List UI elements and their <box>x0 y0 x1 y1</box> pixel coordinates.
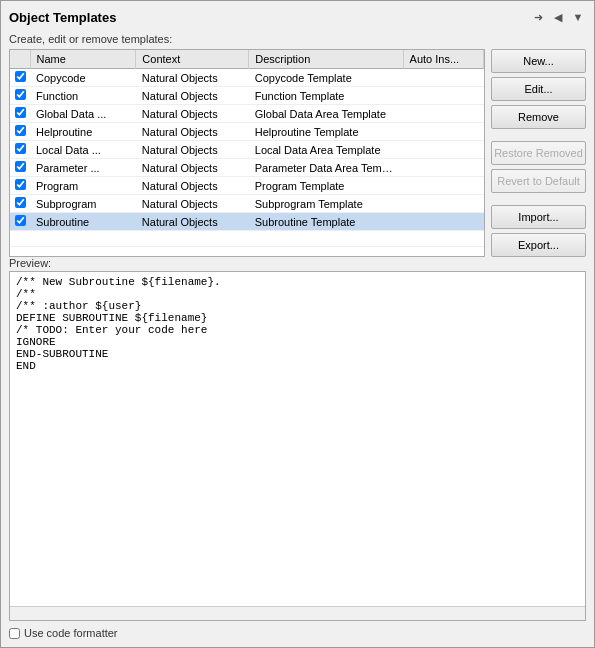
table-row[interactable]: FunctionNatural ObjectsFunction Template <box>10 87 484 105</box>
row-description: Global Data Area Template <box>249 105 403 123</box>
row-context: Natural Objects <box>136 105 249 123</box>
title-icons: ➜ ◀ ▼ <box>530 9 586 25</box>
table-row[interactable]: Global Data ...Natural ObjectsGlobal Dat… <box>10 105 484 123</box>
bottom-bar: Use code formatter <box>9 627 586 639</box>
col-context: Context <box>136 50 249 69</box>
table-row[interactable]: Local Data ...Natural ObjectsLocal Data … <box>10 141 484 159</box>
row-description: Subprogram Template <box>249 195 403 213</box>
row-checkbox-cell <box>10 177 30 195</box>
row-checkbox[interactable] <box>15 179 26 190</box>
code-formatter-label[interactable]: Use code formatter <box>24 627 118 639</box>
row-description: Program Template <box>249 177 403 195</box>
export-button[interactable]: Export... <box>491 233 586 257</box>
table-body: CopycodeNatural ObjectsCopycode Template… <box>10 69 484 251</box>
row-checkbox-cell <box>10 159 30 177</box>
row-description: Helproutine Template <box>249 123 403 141</box>
back-icon[interactable]: ◀ <box>550 9 566 25</box>
row-description: Function Template <box>249 87 403 105</box>
row-name: Subroutine <box>30 213 136 231</box>
table-row[interactable]: ProgramNatural ObjectsProgram Template <box>10 177 484 195</box>
horizontal-scrollbar[interactable] <box>10 606 585 620</box>
preview-section: Preview: /** New Subroutine ${filename}.… <box>9 257 586 621</box>
down-icon[interactable]: ▼ <box>570 9 586 25</box>
preview-label: Preview: <box>9 257 586 269</box>
row-auto <box>403 105 483 123</box>
empty-table-row <box>10 247 484 251</box>
table-panel: Name Context Description Auto Ins... Cop… <box>9 49 485 257</box>
col-auto: Auto Ins... <box>403 50 483 69</box>
row-checkbox-cell <box>10 195 30 213</box>
empty-table-row <box>10 231 484 247</box>
row-auto <box>403 177 483 195</box>
table-container: Name Context Description Auto Ins... Cop… <box>9 49 485 257</box>
row-context: Natural Objects <box>136 87 249 105</box>
templates-table: Name Context Description Auto Ins... Cop… <box>10 50 484 250</box>
object-templates-window: Object Templates ➜ ◀ ▼ Create, edit or r… <box>0 0 595 648</box>
row-checkbox-cell <box>10 105 30 123</box>
row-checkbox-cell <box>10 69 30 87</box>
row-name: Function <box>30 87 136 105</box>
row-checkbox[interactable] <box>15 125 26 136</box>
preview-outer: /** New Subroutine ${filename}. /** /** … <box>9 271 586 621</box>
edit-button[interactable]: Edit... <box>491 77 586 101</box>
row-checkbox-cell <box>10 141 30 159</box>
restore-removed-button[interactable]: Restore Removed <box>491 141 586 165</box>
row-checkbox-cell <box>10 213 30 231</box>
table-row[interactable]: CopycodeNatural ObjectsCopycode Template <box>10 69 484 87</box>
row-description: Subroutine Template <box>249 213 403 231</box>
row-context: Natural Objects <box>136 141 249 159</box>
top-section: Name Context Description Auto Ins... Cop… <box>9 49 586 257</box>
row-checkbox[interactable] <box>15 215 26 226</box>
new-button[interactable]: New... <box>491 49 586 73</box>
col-name: Name <box>30 50 136 69</box>
row-auto <box>403 87 483 105</box>
col-description: Description <box>249 50 403 69</box>
row-context: Natural Objects <box>136 159 249 177</box>
row-checkbox[interactable] <box>15 89 26 100</box>
row-name: Program <box>30 177 136 195</box>
code-formatter-checkbox[interactable] <box>9 628 20 639</box>
row-name: Global Data ... <box>30 105 136 123</box>
preview-content: /** New Subroutine ${filename}. /** /** … <box>10 272 585 606</box>
row-auto <box>403 213 483 231</box>
row-auto <box>403 123 483 141</box>
row-description: Local Data Area Template <box>249 141 403 159</box>
code-formatter-checkbox-container: Use code formatter <box>9 627 118 639</box>
row-checkbox[interactable] <box>15 197 26 208</box>
title-bar: Object Templates ➜ ◀ ▼ <box>9 9 586 25</box>
table-wrapper: Name Context Description Auto Ins... Cop… <box>10 50 484 250</box>
col-checkbox <box>10 50 30 69</box>
row-auto <box>403 69 483 87</box>
row-name: Parameter ... <box>30 159 136 177</box>
row-checkbox[interactable] <box>15 71 26 82</box>
row-description: Parameter Data Area Template <box>249 159 403 177</box>
remove-button[interactable]: Remove <box>491 105 586 129</box>
row-name: Copycode <box>30 69 136 87</box>
window-title: Object Templates <box>9 10 116 25</box>
row-checkbox[interactable] <box>15 143 26 154</box>
import-button[interactable]: Import... <box>491 205 586 229</box>
row-auto <box>403 141 483 159</box>
table-row[interactable]: HelproutineNatural ObjectsHelproutine Te… <box>10 123 484 141</box>
row-context: Natural Objects <box>136 195 249 213</box>
table-header-row: Name Context Description Auto Ins... <box>10 50 484 69</box>
row-context: Natural Objects <box>136 69 249 87</box>
subtitle: Create, edit or remove templates: <box>9 33 586 45</box>
revert-to-default-button[interactable]: Revert to Default <box>491 169 586 193</box>
row-auto <box>403 195 483 213</box>
row-checkbox[interactable] <box>15 107 26 118</box>
row-checkbox-cell <box>10 87 30 105</box>
forward-icon[interactable]: ➜ <box>530 9 546 25</box>
row-checkbox-cell <box>10 123 30 141</box>
table-row[interactable]: Parameter ...Natural ObjectsParameter Da… <box>10 159 484 177</box>
row-name: Local Data ... <box>30 141 136 159</box>
buttons-panel: New... Edit... Remove Restore Removed Re… <box>491 49 586 257</box>
row-name: Subprogram <box>30 195 136 213</box>
row-description: Copycode Template <box>249 69 403 87</box>
row-name: Helproutine <box>30 123 136 141</box>
row-checkbox[interactable] <box>15 161 26 172</box>
row-auto <box>403 159 483 177</box>
row-context: Natural Objects <box>136 123 249 141</box>
table-row[interactable]: SubprogramNatural ObjectsSubprogram Temp… <box>10 195 484 213</box>
table-row[interactable]: SubroutineNatural ObjectsSubroutine Temp… <box>10 213 484 231</box>
